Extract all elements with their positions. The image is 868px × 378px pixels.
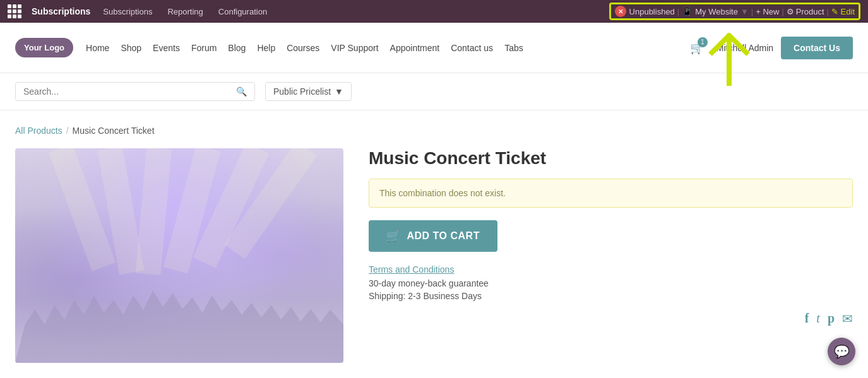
search-input[interactable] — [23, 86, 236, 97]
gear-icon: ⚙ — [787, 7, 794, 16]
product-info: Music Concert Ticket This combination do… — [369, 148, 853, 363]
pricelist-dropdown[interactable]: Public Pricelist ▼ — [265, 82, 352, 101]
grid-menu-icon[interactable] — [8, 4, 21, 18]
admin-brand[interactable]: Subscriptions — [32, 6, 90, 16]
breadcrumb: All Products / Music Concert Ticket — [15, 126, 853, 136]
nav-appointment[interactable]: Appointment — [390, 43, 440, 53]
search-container: 🔍 — [15, 82, 255, 101]
chat-bubble[interactable]: 💬 — [828, 338, 855, 365]
cart-badge: 1 — [698, 37, 708, 47]
unpublished-text[interactable]: Unpublished — [629, 7, 675, 16]
nav-forum[interactable]: Forum — [191, 43, 217, 53]
divider-4: | — [827, 7, 829, 16]
admin-nav-configuration[interactable]: Configuration — [216, 6, 270, 18]
nav-contact-us[interactable]: Contact us — [451, 43, 493, 53]
admin-nav-subscriptions[interactable]: Subscriptions — [100, 6, 155, 18]
pinterest-icon[interactable]: p — [828, 311, 835, 326]
warning-box: This combination does not exist. — [369, 179, 853, 208]
user-name: Mitchell Admin — [716, 43, 773, 53]
concert-background — [15, 148, 343, 363]
search-bar-row: 🔍 Public Pricelist ▼ — [0, 73, 868, 110]
contact-us-button[interactable]: Contact Us — [781, 37, 853, 59]
nav-tabs[interactable]: Tabs — [504, 43, 523, 53]
admin-bar-left: Subscriptions Subscriptions Reporting Co… — [8, 4, 270, 18]
breadcrumb-separator: / — [66, 126, 69, 136]
unpublished-dot: ✕ — [615, 6, 626, 17]
warning-text: This combination does not exist. — [379, 188, 506, 198]
my-website-button[interactable]: My Website — [695, 7, 738, 16]
nav-help[interactable]: Help — [257, 43, 275, 53]
nav-events[interactable]: Events — [153, 43, 180, 53]
add-to-cart-label: ADD TO CART — [407, 230, 480, 242]
breadcrumb-current: Music Concert Ticket — [73, 126, 155, 136]
pricelist-chevron-icon: ▼ — [335, 86, 343, 97]
guarantee-text: 30-day money-back guarantee — [369, 278, 853, 288]
product-image — [15, 148, 343, 363]
admin-bar: Subscriptions Subscriptions Reporting Co… — [0, 0, 868, 23]
product-title: Music Concert Ticket — [369, 148, 853, 168]
twitter-icon[interactable]: t — [816, 311, 820, 326]
admin-bar-right: ✕ Unpublished | 📱 My Website ▼ | + New |… — [609, 3, 860, 20]
admin-nav-reporting[interactable]: Reporting — [165, 6, 205, 18]
stage-lights — [15, 148, 343, 277]
nav-blog[interactable]: Blog — [228, 43, 246, 53]
site-nav: Home Shop Events Forum Blog Help Courses… — [86, 43, 677, 53]
divider-2: | — [751, 7, 753, 16]
crowd-silhouette — [15, 266, 343, 363]
chat-icon: 💬 — [834, 344, 850, 359]
nav-home[interactable]: Home — [86, 43, 109, 53]
add-to-cart-button[interactable]: 🛒 ADD TO CART — [369, 220, 497, 252]
divider-3: | — [782, 7, 783, 16]
mobile-icon[interactable]: 📱 — [682, 6, 693, 16]
nav-courses[interactable]: Courses — [287, 43, 319, 53]
facebook-icon[interactable]: f — [805, 311, 809, 326]
search-icon: 🔍 — [236, 86, 247, 97]
breadcrumb-all-products[interactable]: All Products — [15, 126, 62, 136]
site-header: Your Logo Home Shop Events Forum Blog He… — [0, 23, 868, 73]
terms-link[interactable]: Terms and Conditions — [369, 264, 853, 275]
main-content: All Products / Music Concert Ticket — [0, 110, 868, 378]
nav-vip-support[interactable]: VIP Support — [331, 43, 378, 53]
shipping-text: Shipping: 2-3 Business Days — [369, 291, 853, 301]
cart-icon[interactable]: 🛒 1 — [690, 41, 704, 55]
unpublished-badge: ✕ Unpublished — [615, 6, 675, 17]
divider-1: | — [677, 7, 679, 16]
new-button[interactable]: + New — [756, 7, 779, 16]
pricelist-label: Public Pricelist — [273, 86, 331, 97]
chevron-down-icon: ▼ — [740, 7, 749, 16]
highlight-box: ✕ Unpublished | 📱 My Website ▼ | + New |… — [609, 3, 860, 20]
logo[interactable]: Your Logo — [15, 38, 73, 57]
email-icon[interactable]: ✉ — [842, 311, 853, 326]
social-icons: f t p ✉ — [369, 311, 853, 326]
product-button[interactable]: ⚙ Product — [787, 7, 824, 16]
cart-button-icon: 🛒 — [386, 229, 401, 243]
nav-shop[interactable]: Shop — [121, 43, 141, 53]
edit-button[interactable]: ✎ Edit — [831, 7, 855, 16]
product-section: Music Concert Ticket This combination do… — [15, 148, 853, 363]
header-right: Mitchell Admin Contact Us — [716, 37, 853, 59]
